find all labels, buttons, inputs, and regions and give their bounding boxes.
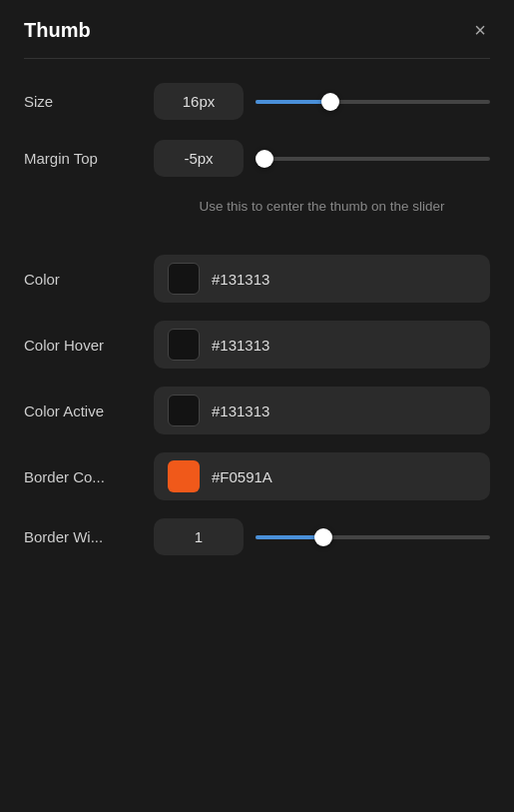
border-width-field-row: Border Wi... 1 xyxy=(24,518,490,555)
color-hex-value: #131313 xyxy=(212,271,269,288)
margin-top-control: -5px xyxy=(154,140,490,177)
size-field-row: Size 16px xyxy=(24,83,490,120)
close-button[interactable]: × xyxy=(470,18,490,42)
border-color-hex-value: #F0591A xyxy=(212,468,272,485)
panel-title: Thumb xyxy=(24,19,91,42)
color-hover-hex-value: #131313 xyxy=(212,337,269,354)
color-active-field-row: Color Active #131313 xyxy=(24,387,490,434)
color-active-hex-value: #131313 xyxy=(212,403,269,419)
margin-top-slider-track xyxy=(256,157,490,161)
panel-header: Thumb × xyxy=(0,0,514,58)
color-picker-button[interactable]: #131313 xyxy=(154,255,490,303)
size-slider-fill xyxy=(256,100,326,104)
border-color-field-row: Border Co... #F0591A xyxy=(24,452,490,500)
margin-top-value[interactable]: -5px xyxy=(154,140,244,177)
margin-top-label: Margin Top xyxy=(24,150,154,167)
color-active-picker-button[interactable]: #131313 xyxy=(154,387,490,434)
margin-top-slider[interactable] xyxy=(256,150,490,168)
size-control: 16px xyxy=(154,83,490,120)
color-label: Color xyxy=(24,271,154,288)
thumb-panel: Thumb × Size 16px Margin Top -5px xyxy=(0,0,514,812)
size-value[interactable]: 16px xyxy=(154,83,244,120)
margin-top-hint: Use this to center the thumb on the slid… xyxy=(154,197,490,217)
size-slider-thumb[interactable] xyxy=(321,93,339,111)
color-active-swatch xyxy=(168,395,200,426)
border-width-slider-thumb[interactable] xyxy=(314,528,332,546)
border-width-control: 1 xyxy=(154,518,490,555)
section-gap-1 xyxy=(24,241,490,255)
panel-body: Size 16px Margin Top -5px xyxy=(0,59,514,599)
size-label: Size xyxy=(24,93,154,110)
border-color-picker-button[interactable]: #F0591A xyxy=(154,452,490,500)
color-hover-swatch xyxy=(168,329,200,361)
color-hover-field-row: Color Hover #131313 xyxy=(24,321,490,369)
color-active-label: Color Active xyxy=(24,403,154,419)
margin-top-field-row: Margin Top -5px xyxy=(24,140,490,177)
size-slider[interactable] xyxy=(256,93,490,111)
size-slider-track xyxy=(256,100,490,104)
border-color-swatch xyxy=(168,460,200,492)
border-width-slider-track xyxy=(256,535,490,539)
border-width-slider[interactable] xyxy=(256,528,490,546)
border-color-label: Border Co... xyxy=(24,468,154,485)
border-width-slider-fill xyxy=(256,535,318,539)
margin-top-slider-thumb[interactable] xyxy=(256,150,273,168)
border-width-value[interactable]: 1 xyxy=(154,518,244,555)
color-swatch xyxy=(168,263,200,295)
color-field-row: Color #131313 xyxy=(24,255,490,303)
color-hover-picker-button[interactable]: #131313 xyxy=(154,321,490,369)
border-width-label: Border Wi... xyxy=(24,528,154,545)
color-hover-label: Color Hover xyxy=(24,337,154,354)
